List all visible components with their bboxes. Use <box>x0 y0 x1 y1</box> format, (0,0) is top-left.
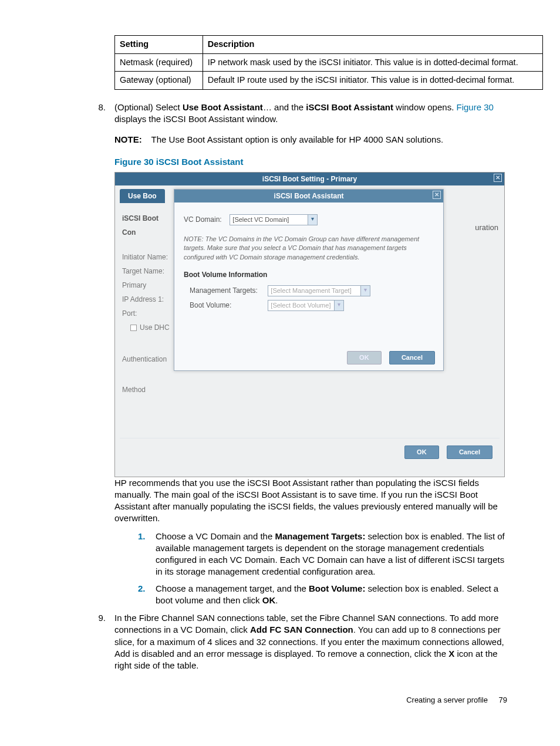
table-row: Netmask (required) IP network mask used … <box>115 53 543 72</box>
management-targets-select[interactable]: [Select Management Target]▾ <box>268 285 370 296</box>
label-ip: IP Address 1: <box>122 292 174 306</box>
tab-use-boot[interactable]: Use Boo <box>120 189 165 203</box>
inner-ok-button[interactable]: OK <box>347 351 382 364</box>
col-description: Description <box>203 36 542 54</box>
text-fragment: uration <box>475 222 498 233</box>
step-number: 9. <box>88 612 114 671</box>
chevron-down-icon: ▾ <box>360 286 370 296</box>
management-targets-label: Management Targets: <box>190 286 266 295</box>
step-body: (Optional) Select Use Boot Assistant… an… <box>114 102 525 126</box>
step-number: 8. <box>88 102 114 126</box>
recommendation-text: HP recommends that you use the iSCSI Boo… <box>114 477 525 525</box>
label-initiator: Initiator Name: <box>122 250 174 264</box>
step-8: 8. (Optional) Select Use Boot Assistant…… <box>35 102 525 126</box>
vc-domain-label: VC Domain: <box>184 215 228 224</box>
note-text: The Use Boot Assistant option is only av… <box>151 134 444 144</box>
vc-domain-select[interactable]: [Select VC Domain]▾ <box>230 214 318 225</box>
label-authentication: Authentication <box>122 352 174 366</box>
note: NOTE: The Use Boot Assistant option is o… <box>114 134 525 146</box>
table-row: Gateway (optional) Default IP route used… <box>115 72 543 90</box>
section-header: iSCSI Boot Con <box>122 211 174 239</box>
chevron-down-icon: ▾ <box>308 215 317 225</box>
boot-volume-label: Boot Volume: <box>190 301 266 310</box>
inner-titlebar: iSCSI Boot Assistant ✕ <box>174 190 443 202</box>
iscsi-boot-assistant-dialog: iSCSI Boot Assistant ✕ VC Domain: [Selec… <box>174 189 444 371</box>
iscsi-boot-screenshot: iSCSI Boot Setting - Primary ✕ Use Boo u… <box>114 172 505 477</box>
settings-table: Setting Description Netmask (required) I… <box>114 35 543 90</box>
step-9: 9. In the Fibre Channel SAN connections … <box>35 612 525 671</box>
outer-cancel-button[interactable]: Cancel <box>447 445 492 459</box>
inner-cancel-button[interactable]: Cancel <box>389 351 435 364</box>
outer-ok-button[interactable]: OK <box>404 445 439 459</box>
chevron-down-icon: ▾ <box>334 301 343 310</box>
label-target: Target Name: <box>122 264 174 278</box>
boot-volume-info-header: Boot Volume Information <box>184 270 434 279</box>
substep-2: 2. Choose a management target, and the B… <box>138 583 507 607</box>
label-primary: Primary <box>122 278 174 292</box>
use-dhcp-checkbox[interactable] <box>130 325 137 331</box>
col-setting: Setting <box>115 36 203 54</box>
inner-note: NOTE: The VC Domains in the VC Domain Gr… <box>184 235 434 262</box>
label-port: Port: <box>122 306 174 320</box>
close-icon[interactable]: ✕ <box>494 174 502 182</box>
figure-caption: Figure 30 iSCSI Boot Assistant <box>114 156 525 168</box>
label-method: Method <box>122 383 174 397</box>
substep-1: 1. Choose a VC Domain and the Management… <box>138 531 507 578</box>
outer-titlebar: iSCSI Boot Setting - Primary ✕ <box>115 173 504 185</box>
note-label: NOTE: <box>114 134 142 144</box>
step-body: In the Fibre Channel SAN connections tab… <box>114 612 525 671</box>
boot-volume-select[interactable]: [Select Boot Volume]▾ <box>268 300 344 311</box>
page-footer: Creating a server profile 79 <box>35 695 525 706</box>
figure-30-link[interactable]: Figure 30 <box>456 102 493 112</box>
page-number: 79 <box>499 696 507 704</box>
close-icon[interactable]: ✕ <box>433 191 441 199</box>
